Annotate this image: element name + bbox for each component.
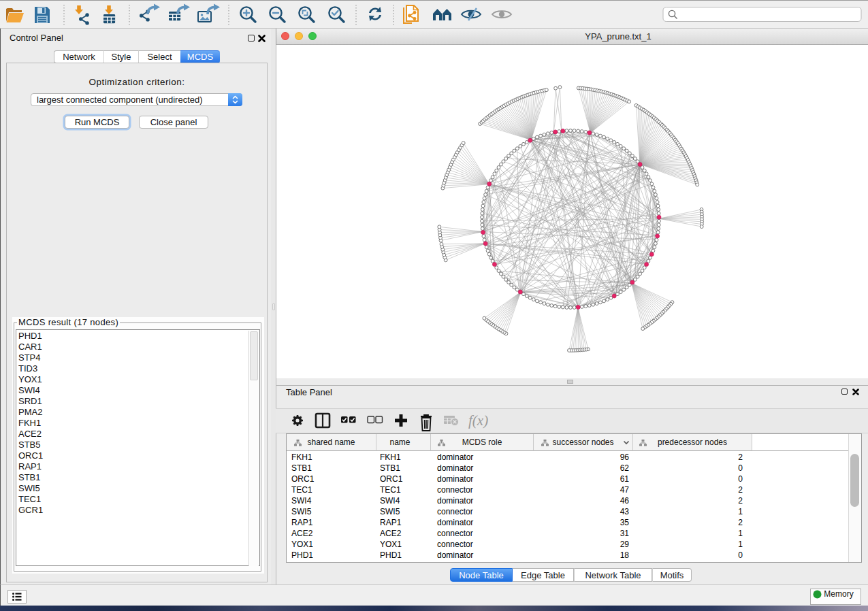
svg-text:f(x): f(x) [468,412,488,429]
